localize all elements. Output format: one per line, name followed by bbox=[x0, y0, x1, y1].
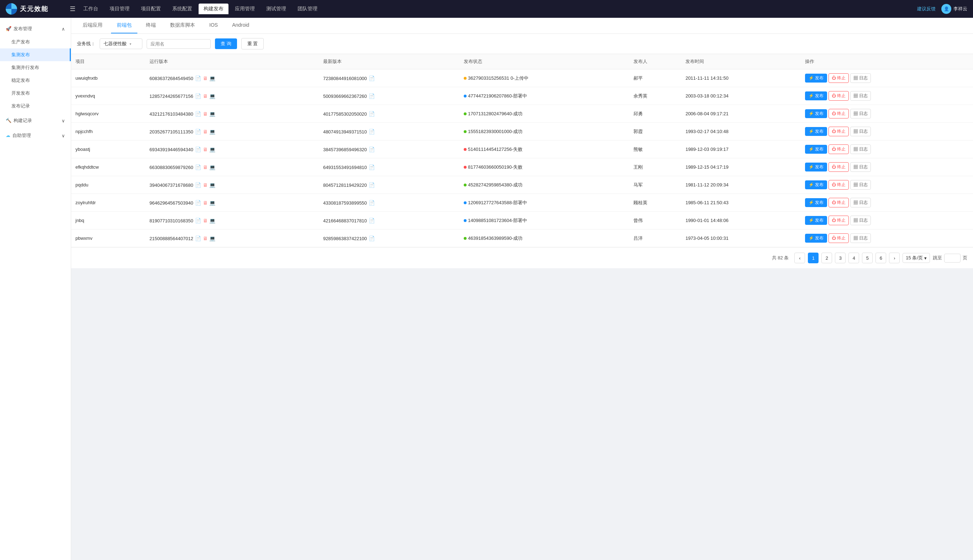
file-icon-latest[interactable]: 📄 bbox=[368, 182, 375, 188]
file-icon[interactable]: 📄 bbox=[195, 217, 202, 224]
terminal-icon[interactable]: 💻 bbox=[209, 182, 216, 188]
file-icon[interactable]: 📄 bbox=[195, 93, 202, 99]
stop-button[interactable]: ⏻ 终止 bbox=[828, 198, 849, 207]
stop-button[interactable]: ⏻ 终止 bbox=[828, 233, 849, 243]
monitor-icon[interactable]: 🖥 bbox=[202, 111, 209, 117]
log-button[interactable]: ▦ 日志 bbox=[850, 91, 871, 101]
publish-button[interactable]: ⚡ 发布 bbox=[805, 198, 827, 207]
monitor-icon[interactable]: 🖥 bbox=[202, 146, 209, 153]
publish-button[interactable]: ⚡ 发布 bbox=[805, 73, 827, 83]
monitor-icon[interactable]: 🖥 bbox=[202, 75, 209, 82]
publish-button[interactable]: ⚡ 发布 bbox=[805, 216, 827, 225]
file-icon[interactable]: 📄 bbox=[195, 200, 202, 206]
hamburger-icon[interactable]: ☰ bbox=[70, 5, 75, 13]
tab-IOS[interactable]: IOS bbox=[204, 18, 224, 33]
log-button[interactable]: ▦ 日志 bbox=[850, 198, 871, 207]
nav-item-构建发布[interactable]: 构建发布 bbox=[199, 3, 229, 14]
terminal-icon[interactable]: 💻 bbox=[209, 217, 216, 224]
query-button[interactable]: 查 询 bbox=[215, 38, 237, 49]
monitor-icon[interactable]: 🖥 bbox=[202, 182, 209, 188]
file-icon[interactable]: 📄 bbox=[195, 75, 202, 82]
stop-button[interactable]: ⏻ 终止 bbox=[828, 91, 849, 101]
tab-数据库脚本[interactable]: 数据库脚本 bbox=[164, 18, 201, 33]
publish-button[interactable]: ⚡ 发布 bbox=[805, 180, 827, 189]
publish-button[interactable]: ⚡ 发布 bbox=[805, 145, 827, 154]
app-name-input[interactable] bbox=[147, 39, 211, 49]
stop-button[interactable]: ⏻ 终止 bbox=[828, 216, 849, 225]
terminal-icon[interactable]: 💻 bbox=[209, 93, 216, 99]
page-size-select[interactable]: 15 条/页 ▾ bbox=[903, 253, 930, 263]
log-button[interactable]: ▦ 日志 bbox=[850, 180, 871, 190]
sidebar-item-生产发布[interactable]: 生产发布 bbox=[0, 36, 71, 48]
sidebar-group-title-1[interactable]: 🔨构建记录∨ bbox=[0, 114, 71, 127]
file-icon-latest[interactable]: 📄 bbox=[368, 217, 375, 224]
file-icon[interactable]: 📄 bbox=[195, 235, 202, 242]
terminal-icon[interactable]: 💻 bbox=[209, 128, 216, 135]
terminal-icon[interactable]: 💻 bbox=[209, 200, 216, 206]
pagination-page-1[interactable]: 1 bbox=[808, 253, 819, 263]
log-button[interactable]: ▦ 日志 bbox=[850, 145, 871, 154]
stop-button[interactable]: ⏻ 终止 bbox=[828, 109, 849, 118]
stop-button[interactable]: ⏻ 终止 bbox=[828, 180, 849, 190]
publish-button[interactable]: ⚡ 发布 bbox=[805, 109, 827, 118]
publish-button[interactable]: ⚡ 发布 bbox=[805, 127, 827, 136]
log-button[interactable]: ▦ 日志 bbox=[850, 109, 871, 118]
sidebar-item-开发发布[interactable]: 开发发布 bbox=[0, 87, 71, 100]
nav-item-测试管理[interactable]: 测试管理 bbox=[261, 3, 291, 14]
log-button[interactable]: ▦ 日志 bbox=[850, 216, 871, 225]
log-button[interactable]: ▦ 日志 bbox=[850, 162, 871, 172]
pagination-page-4[interactable]: 4 bbox=[848, 253, 859, 263]
sidebar-item-集测并行发布[interactable]: 集测并行发布 bbox=[0, 61, 71, 74]
publish-button[interactable]: ⚡ 发布 bbox=[805, 234, 827, 243]
nav-item-系统配置[interactable]: 系统配置 bbox=[167, 3, 197, 14]
user-info[interactable]: 👤 李祥云 bbox=[941, 4, 967, 14]
tab-Android[interactable]: Android bbox=[226, 18, 255, 33]
monitor-icon[interactable]: 🖥 bbox=[202, 128, 209, 135]
nav-item-团队管理[interactable]: 团队管理 bbox=[292, 3, 322, 14]
publish-button[interactable]: ⚡ 发布 bbox=[805, 92, 827, 100]
file-icon-latest[interactable]: 📄 bbox=[368, 93, 375, 99]
file-icon[interactable]: 📄 bbox=[195, 111, 202, 117]
reset-button[interactable]: 重 置 bbox=[241, 38, 264, 50]
terminal-icon[interactable]: 💻 bbox=[209, 111, 216, 117]
file-icon[interactable]: 📄 bbox=[195, 182, 202, 188]
tab-前端包[interactable]: 前端包 bbox=[111, 18, 137, 33]
nav-item-项目配置[interactable]: 项目配置 bbox=[136, 3, 166, 14]
sidebar-item-发布记录[interactable]: 发布记录 bbox=[0, 100, 71, 112]
nav-item-应用管理[interactable]: 应用管理 bbox=[230, 3, 260, 14]
monitor-icon[interactable]: 🖥 bbox=[202, 200, 209, 206]
stop-button[interactable]: ⏻ 终止 bbox=[828, 127, 849, 136]
pagination-page-3[interactable]: 3 bbox=[835, 253, 846, 263]
jumper-input[interactable] bbox=[944, 254, 961, 263]
file-icon[interactable]: 📄 bbox=[195, 164, 202, 170]
sidebar-item-集测发布[interactable]: 集测发布 bbox=[0, 48, 71, 61]
file-icon-latest[interactable]: 📄 bbox=[368, 128, 375, 135]
feedback-link[interactable]: 建议反馈 bbox=[917, 6, 936, 12]
pagination-prev[interactable]: ‹ bbox=[794, 253, 805, 263]
nav-item-项目管理[interactable]: 项目管理 bbox=[105, 3, 135, 14]
file-icon-latest[interactable]: 📄 bbox=[368, 200, 375, 206]
file-icon[interactable]: 📄 bbox=[195, 128, 202, 135]
sidebar-item-稳定发布[interactable]: 稳定发布 bbox=[0, 74, 71, 87]
file-icon-latest[interactable]: 📄 bbox=[368, 164, 375, 170]
sidebar-group-title-0[interactable]: 🚀发布管理∧ bbox=[0, 22, 71, 36]
stop-button[interactable]: ⏻ 终止 bbox=[828, 162, 849, 172]
log-button[interactable]: ▦ 日志 bbox=[850, 127, 871, 136]
monitor-icon[interactable]: 🖥 bbox=[202, 235, 209, 242]
log-button[interactable]: ▦ 日志 bbox=[850, 233, 871, 243]
file-icon[interactable]: 📄 bbox=[195, 146, 202, 153]
bizline-select[interactable]: 七器便性酸 ▾ bbox=[100, 38, 142, 49]
pagination-page-2[interactable]: 2 bbox=[821, 253, 832, 263]
stop-button[interactable]: ⏻ 终止 bbox=[828, 145, 849, 154]
pagination-page-5[interactable]: 5 bbox=[862, 253, 873, 263]
monitor-icon[interactable]: 🖥 bbox=[202, 164, 209, 170]
terminal-icon[interactable]: 💻 bbox=[209, 164, 216, 170]
nav-item-工作台[interactable]: 工作台 bbox=[78, 3, 103, 14]
publish-button[interactable]: ⚡ 发布 bbox=[805, 163, 827, 172]
terminal-icon[interactable]: 💻 bbox=[209, 235, 216, 242]
file-icon-latest[interactable]: 📄 bbox=[368, 75, 375, 82]
pagination-page-6[interactable]: 6 bbox=[876, 253, 886, 263]
stop-button[interactable]: ⏻ 终止 bbox=[828, 73, 849, 83]
tab-终端[interactable]: 终端 bbox=[140, 18, 162, 33]
monitor-icon[interactable]: 🖥 bbox=[202, 93, 209, 99]
